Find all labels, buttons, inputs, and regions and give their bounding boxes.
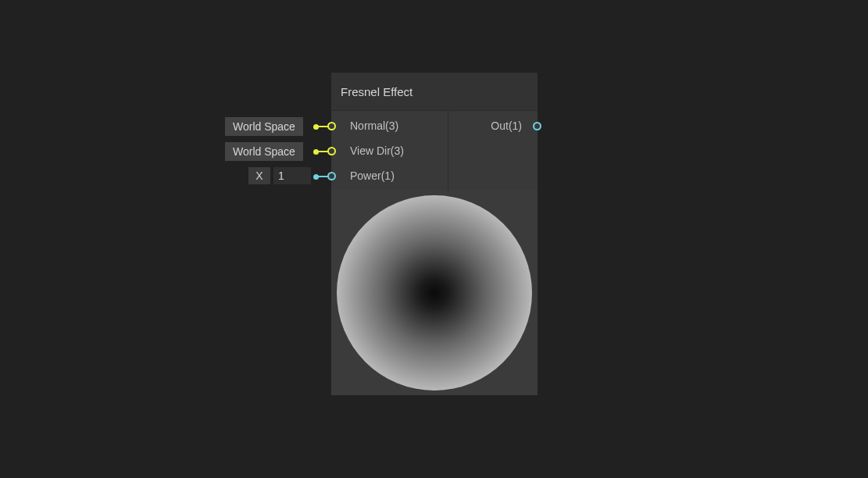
node-ports: Normal(3) View Dir(3) Power(1) Out(1) xyxy=(331,110,538,191)
port-label-out: Out(1) xyxy=(491,120,530,132)
port-socket-icon[interactable] xyxy=(533,122,541,130)
port-socket-icon[interactable] xyxy=(327,147,336,155)
port-label-power: Power(1) xyxy=(341,169,395,182)
input-port-power[interactable]: Power(1) xyxy=(331,167,448,184)
power-x-row: X xyxy=(248,167,311,184)
port-label-normal: Normal(3) xyxy=(341,120,398,132)
viewdir-space-label: World Space xyxy=(233,145,295,158)
node-title: Fresnel Effect xyxy=(341,85,413,98)
port-label-viewdir: View Dir(3) xyxy=(341,144,404,157)
node-preview xyxy=(331,191,538,395)
inputs-column: Normal(3) View Dir(3) Power(1) xyxy=(331,111,448,191)
viewdir-space-dropdown[interactable]: World Space xyxy=(225,142,303,161)
normal-space-label: World Space xyxy=(233,120,295,133)
outputs-column: Out(1) xyxy=(448,111,538,191)
port-socket-icon[interactable] xyxy=(327,122,336,130)
normal-space-dropdown[interactable]: World Space xyxy=(225,117,303,136)
preview-sphere xyxy=(337,195,532,391)
port-socket-icon[interactable] xyxy=(327,172,336,180)
power-x-axis-label: X xyxy=(248,167,270,184)
power-x-input[interactable] xyxy=(273,167,311,184)
node-header[interactable]: Fresnel Effect xyxy=(331,73,538,110)
fresnel-effect-node[interactable]: Fresnel Effect Normal(3) View Dir(3) Pow… xyxy=(331,73,538,395)
input-port-viewdir[interactable]: View Dir(3) xyxy=(331,142,448,159)
input-port-normal[interactable]: Normal(3) xyxy=(331,117,448,134)
output-port-out[interactable]: Out(1) xyxy=(448,117,538,134)
